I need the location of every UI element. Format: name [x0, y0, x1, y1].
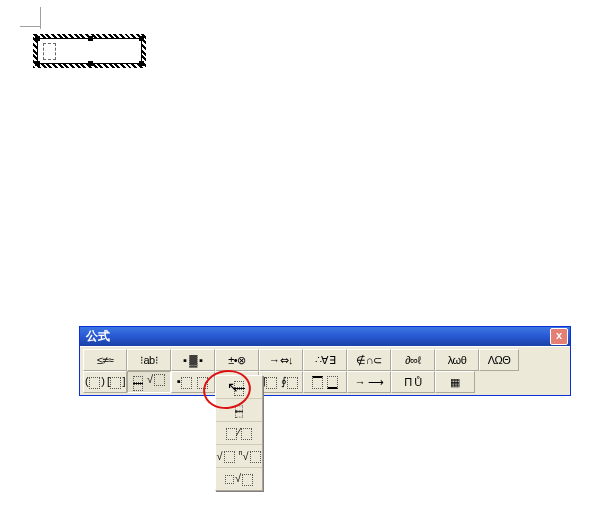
titlebar[interactable]: 公式 x — [80, 327, 570, 346]
relational-icon: ≤≠≈ — [97, 354, 114, 366]
nroot-icon: √ — [224, 472, 254, 485]
set-theory[interactable]: ∉∩⊂ — [347, 349, 391, 371]
sqrt-icon: √ n√ — [216, 449, 261, 463]
fraction-radical-popup: ↖ ∕ √ n√ √ — [215, 375, 263, 491]
frac-slash-icon: ∕ — [225, 426, 253, 439]
arrows-icon: →⇔↓ — [269, 354, 293, 367]
spaces-icon: ⁝ab⁝ — [140, 354, 158, 367]
frac-icon: √ — [132, 373, 165, 391]
integral[interactable]: ∫ ∮ — [259, 371, 303, 393]
misc-symbols[interactable]: ∂∞ℓ — [391, 349, 435, 371]
symbol-row: ≤≠≈ ⁝ab⁝ ▪ ▓ ▪ ±•⊗ →⇔↓ ∴∀∃ ∉∩⊂ ∂∞ℓ λωθ Λ… — [83, 349, 567, 371]
radical[interactable]: √ n√ — [216, 444, 262, 467]
larrow-icon: → ⟶ — [355, 376, 384, 389]
sub-super[interactable]: ▪ — [171, 371, 215, 393]
logical-icon: ∴∀∃ — [315, 354, 336, 367]
window-title: 公式 — [86, 328, 550, 345]
int-icon: ∫ ∮ — [263, 375, 300, 388]
fraction-slash[interactable]: ∕ — [216, 421, 262, 444]
resize-handle[interactable] — [35, 36, 40, 41]
frac-full-icon — [233, 378, 245, 396]
matrix-icon: ▦ — [450, 376, 460, 389]
equation-object[interactable] — [37, 38, 142, 64]
spaces-dots[interactable]: ⁝ab⁝ — [127, 349, 171, 371]
prod-icon: Π Ů — [404, 376, 421, 388]
fractions-radicals[interactable]: √ — [127, 371, 171, 393]
toolbar: ≤≠≈ ⁝ab⁝ ▪ ▓ ▪ ±•⊗ →⇔↓ ∴∀∃ ∉∩⊂ ∂∞ℓ λωθ Λ… — [80, 346, 570, 395]
resize-handle[interactable] — [88, 36, 93, 41]
template-row: () [] √ ▪ Σ Σ ∫ ∮ → ⟶ Π Ů — [83, 371, 567, 393]
operators[interactable]: ±•⊗ — [215, 349, 259, 371]
resize-handle[interactable] — [35, 61, 40, 66]
resize-handle[interactable] — [88, 61, 93, 66]
ruler-mark-h — [20, 26, 40, 27]
ruler-mark-v — [40, 7, 41, 29]
over-under-bar[interactable] — [303, 371, 347, 393]
labeled-arrows[interactable]: → ⟶ — [347, 371, 391, 393]
fraction-full[interactable] — [216, 376, 262, 398]
bar-icon — [311, 375, 340, 389]
relational-symbols[interactable]: ≤≠≈ — [83, 349, 127, 371]
nth-root[interactable]: √ — [216, 467, 262, 490]
fences[interactable]: () [] — [83, 371, 127, 393]
close-button[interactable]: x — [550, 328, 568, 345]
input-slot[interactable] — [43, 43, 56, 60]
greek-upper[interactable]: ΛΩΘ — [479, 349, 519, 371]
greek-l-icon: λωθ — [448, 354, 467, 366]
embellishments[interactable]: ▪ ▓ ▪ — [171, 349, 215, 371]
resize-handle[interactable] — [139, 61, 144, 66]
subsup-icon: ▪ — [177, 375, 209, 388]
fraction-small[interactable] — [216, 398, 262, 421]
operators-icon: ±•⊗ — [228, 354, 245, 367]
matrices[interactable]: ▦ — [435, 371, 475, 393]
set-icon: ∉∩⊂ — [356, 354, 381, 367]
fences-icon: () [] — [85, 375, 125, 388]
misc-icon: ∂∞ℓ — [405, 354, 420, 366]
arrows[interactable]: →⇔↓ — [259, 349, 303, 371]
greek-u-icon: ΛΩΘ — [488, 354, 511, 366]
equation-toolbar-window: 公式 x ≤≠≈ ⁝ab⁝ ▪ ▓ ▪ ±•⊗ →⇔↓ ∴∀∃ ∉∩⊂ ∂∞ℓ … — [79, 326, 571, 396]
frac-small-icon — [233, 401, 245, 419]
resize-handle[interactable] — [139, 36, 144, 41]
products[interactable]: Π Ů — [391, 371, 435, 393]
logical[interactable]: ∴∀∃ — [303, 349, 347, 371]
greek-lower[interactable]: λωθ — [435, 349, 479, 371]
embellish-icon: ▪ ▓ ▪ — [183, 354, 202, 366]
